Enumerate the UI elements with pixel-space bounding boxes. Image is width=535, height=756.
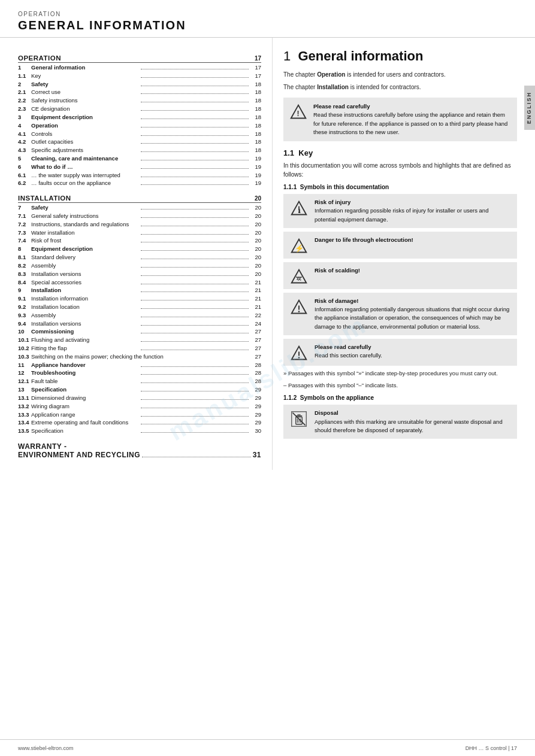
toc-page: 20	[250, 229, 261, 237]
toc-row-5: 5 Cleaning, care and maintenance 19	[18, 155, 261, 163]
toc-page: 18	[250, 97, 261, 105]
toc-page: 19	[250, 155, 261, 163]
warranty-title: WARRANTY -	[18, 442, 261, 451]
toc-num: 7.3	[18, 229, 31, 237]
toc-page: 20	[250, 271, 261, 278]
toc-dots	[141, 259, 249, 259]
toc-label: Correct use	[31, 89, 139, 96]
toc-num: 9.3	[18, 312, 31, 320]
toc-label: What to do if …	[31, 163, 139, 171]
toc-num: 13.5	[18, 427, 31, 435]
footer-website: www.stiebel-eltron.com	[18, 745, 74, 751]
toc-num: 13.4	[18, 419, 31, 427]
toc-label: Controls	[31, 130, 139, 138]
right-column: ENGLISH 1 General information The chapte…	[273, 38, 524, 470]
toc-num: 4.2	[18, 138, 31, 146]
electro-title: Danger to life through electrocution!	[315, 236, 413, 243]
careful-text: Please read carefully Read this section …	[315, 343, 382, 360]
toc-page: 18	[250, 89, 261, 96]
toc-num: 9.2	[18, 303, 31, 311]
toc-label: Dimensioned drawing	[31, 394, 139, 402]
toc-dots	[141, 110, 249, 111]
toc-dots	[141, 135, 249, 136]
toc-row-7-4: 7.4 Risk of frost 20	[18, 237, 261, 245]
toc-row-7-2: 7.2 Instructions, standards and regulati…	[18, 221, 261, 229]
toc-num: 9.4	[18, 320, 31, 328]
svg-marker-8	[292, 269, 307, 283]
toc-num: 10	[18, 328, 31, 336]
toc-operation-page: 17	[255, 55, 261, 62]
toc-dots	[141, 341, 249, 342]
scald-text: Risk of scalding!	[315, 266, 360, 275]
subsection-111-num: 1.1.1	[283, 184, 297, 190]
toc-row-9: 9 Installation 21	[18, 287, 261, 294]
toc-row-6: 6 What to do if … 19	[18, 163, 261, 171]
toc-dots	[141, 177, 249, 177]
installation-bold: Installation	[317, 84, 349, 90]
toc-page: 18	[250, 114, 261, 122]
subsection-112-num: 1.1.2	[283, 394, 297, 401]
toc-label: Installation	[31, 287, 139, 294]
toc-num: 3	[18, 114, 31, 122]
toc-page: 28	[250, 362, 261, 369]
toc-row-10-1: 10.1 Flushing and activating 27	[18, 336, 261, 344]
toc-dots	[141, 382, 249, 383]
toc-num: 5	[18, 155, 31, 163]
toc-label: Commissioning	[31, 328, 139, 336]
toc-label: … the water supply was interrupted	[31, 172, 139, 180]
toc-num: 4	[18, 122, 31, 130]
toc-installation-page: 20	[255, 195, 261, 202]
toc-dots	[141, 366, 249, 367]
disposal-symbol-icon	[291, 411, 307, 427]
toc-label: Installation information	[31, 295, 139, 303]
toc-page: 29	[250, 411, 261, 419]
toc-row-8-2: 8.2 Assembly 20	[18, 262, 261, 270]
toc-row-4-3: 4.3 Specific adjustments 18	[18, 147, 261, 154]
disposal-text: Disposal Appliances with this marking ar…	[315, 409, 511, 435]
toc-row-6-1: 6.1 … the water supply was interrupted 1…	[18, 172, 261, 180]
toc-page: 18	[250, 81, 261, 89]
toc-page: 30	[250, 427, 261, 435]
toc-dots	[141, 127, 249, 127]
toc-label: Cleaning, care and maintenance	[31, 155, 139, 163]
symbol-damage-box: Risk of damage! Information regarding po…	[283, 293, 517, 335]
toc-page: 21	[250, 279, 261, 287]
careful-title: Please read carefully	[315, 344, 371, 350]
toc-dots	[141, 374, 249, 375]
toc-label: Installation versions	[31, 271, 139, 278]
toc-dots	[141, 300, 249, 300]
toc-label: General safety instructions	[31, 212, 139, 220]
subsection-112-heading: 1.1.2 Symbols on the appliance	[283, 394, 517, 401]
toc-label: Flushing and activating	[31, 336, 139, 344]
toc-label: Fault table	[31, 378, 139, 385]
toc-dots	[141, 284, 249, 284]
toc-dots	[141, 143, 249, 144]
toc-dots	[141, 102, 249, 102]
toc-num: 4.1	[18, 130, 31, 138]
injury-icon-area: ℹ	[289, 198, 309, 217]
toc-section-operation: OPERATION 17	[18, 54, 261, 63]
toc-label: … faults occur on the appliance	[31, 180, 139, 187]
toc-page: 18	[250, 130, 261, 138]
passage-note-1: » Passages with this symbol "»" indicate…	[283, 369, 517, 378]
toc-row-10-2: 10.2 Fitting the flap 27	[18, 345, 261, 353]
toc-page: 27	[250, 328, 261, 336]
toc-dots	[141, 160, 249, 160]
toc-row-10-3: 10.3 Switching on the mains power; check…	[18, 353, 261, 361]
toc-dots	[141, 226, 249, 226]
toc-num: 13	[18, 386, 31, 394]
toc-warranty: WARRANTY - ENVIRONMENT AND RECYCLING 31	[18, 442, 261, 459]
toc-dots	[141, 317, 249, 317]
toc-num: 7.2	[18, 221, 31, 229]
toc-page: 21	[250, 295, 261, 303]
toc-dots	[141, 242, 249, 242]
toc-page: 29	[250, 394, 261, 402]
page-footer: www.stiebel-eltron.com DHH … S control |…	[0, 739, 535, 756]
toc-label: Installation versions	[31, 320, 139, 328]
toc-label: Appliance handover	[31, 362, 139, 369]
footer-product: DHH … S control | 17	[466, 745, 517, 751]
toc-num: 6.2	[18, 180, 31, 187]
warning-icon-area: !	[289, 102, 307, 120]
toc-row-13-2: 13.2 Wiring diagram 29	[18, 403, 261, 411]
toc-row-12: 12 Troubleshooting 28	[18, 369, 261, 377]
